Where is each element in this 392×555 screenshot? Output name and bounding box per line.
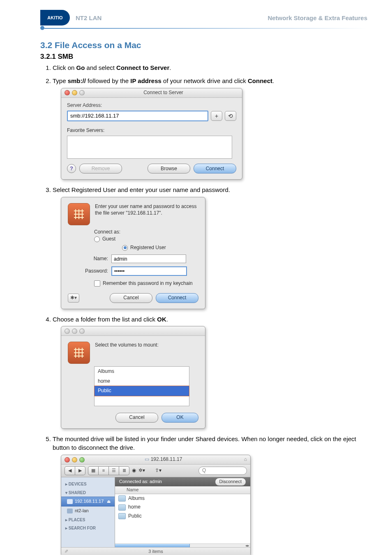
volume-item[interactable]: home <box>95 377 189 386</box>
zoom-icon <box>79 328 85 334</box>
volume-item-selected[interactable]: Public <box>94 386 189 396</box>
add-server-button[interactable]: + <box>211 111 222 121</box>
mount-dialog: Select the volumes to mount: Albums home… <box>61 326 205 428</box>
search-input[interactable]: Q <box>198 467 247 475</box>
minimize-icon[interactable] <box>72 457 77 462</box>
options-button[interactable]: ✱▾ <box>68 294 79 303</box>
step-1: Click on Go and select Connect to Server… <box>53 63 367 72</box>
folder-icon <box>118 495 126 502</box>
window-title: 192.168.11.17 <box>151 456 182 462</box>
view-list-button[interactable]: ≡ <box>99 466 109 475</box>
browse-button[interactable]: Browse <box>148 164 190 173</box>
list-item[interactable]: home <box>115 503 250 511</box>
brand-logo: AKITIO <box>40 10 70 25</box>
sidebar-item-server[interactable]: 192.168.11.17 ⏏ <box>61 497 115 506</box>
heading-2: 3.2 File Access on a Mac <box>40 40 367 50</box>
favorite-servers-list[interactable] <box>67 136 232 159</box>
column-header-name[interactable]: Name <box>115 486 250 494</box>
connect-button[interactable]: Connect <box>194 164 236 173</box>
quicklook-button[interactable]: ◉ <box>132 467 136 474</box>
radio-icon <box>122 245 128 251</box>
list-item[interactable]: Public <box>115 512 250 520</box>
step-5: The mounted drive will be listed in your… <box>53 435 367 555</box>
cancel-button[interactable]: Cancel <box>115 413 158 423</box>
help-button[interactable]: ? <box>67 164 76 173</box>
volume-list[interactable]: Albums home Public <box>94 366 189 406</box>
minimize-icon <box>72 328 77 334</box>
view-coverflow-button[interactable]: ≣ <box>119 466 129 475</box>
radio-icon <box>94 236 100 242</box>
remember-label: Remember this password in my keychain <box>103 280 193 287</box>
connect-to-server-window: Connect to Server Server Address: + ⟲ Fa… <box>61 88 242 180</box>
finder-window: ▭192.168.11.17 ⌂ ◀ ▶ ▦ ≡ ☰ ≣ ◉ ✲▾ <box>61 455 251 555</box>
toolbar-toggle-icon[interactable]: ⌂ <box>239 456 247 463</box>
heading-3: 3.2.1 SMB <box>40 53 367 61</box>
step-4: Choose a folder from the list and click … <box>53 315 367 430</box>
volume-item[interactable]: Albums <box>95 367 189 376</box>
zoom-icon[interactable] <box>79 457 85 462</box>
zoom-icon <box>79 90 85 95</box>
registered-user-radio[interactable]: Registered User <box>122 244 198 251</box>
mount-message: Select the volumes to mount: <box>95 342 198 364</box>
proxy-icon: ▭ <box>145 456 149 462</box>
minimize-icon[interactable] <box>72 90 77 95</box>
server-icon <box>67 509 73 513</box>
doc-section-name: NT2 LAN <box>76 14 101 21</box>
remember-checkbox[interactable] <box>94 280 100 287</box>
auth-message: Enter your user name and password to acc… <box>95 203 198 225</box>
header-dot <box>40 26 44 30</box>
step-2: Type smb:// followed by the IP address o… <box>53 76 367 182</box>
cancel-button[interactable]: Cancel <box>110 293 152 303</box>
guest-radio[interactable]: Guest <box>94 236 198 243</box>
folder-icon <box>118 513 126 519</box>
scrollbar-thumb[interactable] <box>115 544 190 547</box>
sidebar-section-devices[interactable]: ▸ DEVICES <box>61 480 115 488</box>
ok-button[interactable]: OK <box>161 413 198 423</box>
connect-as-label: Connect as: <box>94 229 120 235</box>
finder-toolbar: ◀ ▶ ▦ ≡ ☰ ≣ ◉ ✲▾ ⇪▾ Q <box>61 465 250 477</box>
eject-icon[interactable]: ⏏ <box>107 499 111 505</box>
view-columns-button[interactable]: ☰ <box>109 466 119 475</box>
action-menu-button[interactable]: ✲▾ <box>138 467 152 474</box>
password-input[interactable] <box>111 266 187 276</box>
status-bar: 3 items <box>61 547 250 555</box>
close-icon <box>65 328 70 334</box>
server-icon <box>67 499 73 504</box>
finder-sidebar: ▸ DEVICES ▾ SHARED 192.168.11.17 ⏏ nt2-l… <box>61 477 115 547</box>
auth-dialog: Enter your user name and password to acc… <box>61 197 205 309</box>
name-input[interactable] <box>111 254 186 263</box>
close-icon[interactable] <box>65 457 70 462</box>
file-server-icon <box>68 203 90 225</box>
disconnect-button[interactable]: Disconnect <box>215 478 246 486</box>
connect-button[interactable]: Connect <box>156 293 198 303</box>
sidebar-item-nt2[interactable]: nt2-lan <box>61 506 115 516</box>
back-button[interactable]: ◀ <box>65 466 75 475</box>
favorite-servers-label: Favorite Servers: <box>67 127 236 134</box>
step-3: Select Registered User and enter your us… <box>53 185 367 310</box>
window-title: Connect to Server <box>88 89 239 96</box>
forward-button[interactable]: ▶ <box>75 466 85 475</box>
doc-chapter-name: Network Storage & Extra Features <box>267 14 367 21</box>
folder-icon <box>118 504 126 511</box>
arrange-button[interactable]: ⇪▾ <box>155 467 167 474</box>
sidebar-section-search[interactable]: ▸ SEARCH FOR <box>61 524 115 532</box>
server-address-label: Server Address: <box>67 102 236 109</box>
sidebar-section-shared[interactable]: ▾ SHARED <box>61 488 115 497</box>
sidebar-section-places[interactable]: ▸ PLACES <box>61 516 115 524</box>
list-item[interactable]: Albums <box>115 494 250 503</box>
close-icon[interactable] <box>65 90 70 95</box>
recent-servers-button[interactable]: ⟲ <box>225 111 236 121</box>
server-address-input[interactable] <box>67 111 208 121</box>
header-rule <box>44 28 367 29</box>
password-label: Password: <box>82 268 108 275</box>
file-server-icon <box>68 342 90 364</box>
remove-button: Remove <box>79 164 122 173</box>
file-list[interactable]: Albums home Public <box>115 494 250 543</box>
view-icons-button[interactable]: ▦ <box>88 466 99 475</box>
connected-as-label: Connected as: admin <box>119 479 162 485</box>
name-label: Name: <box>82 255 108 262</box>
